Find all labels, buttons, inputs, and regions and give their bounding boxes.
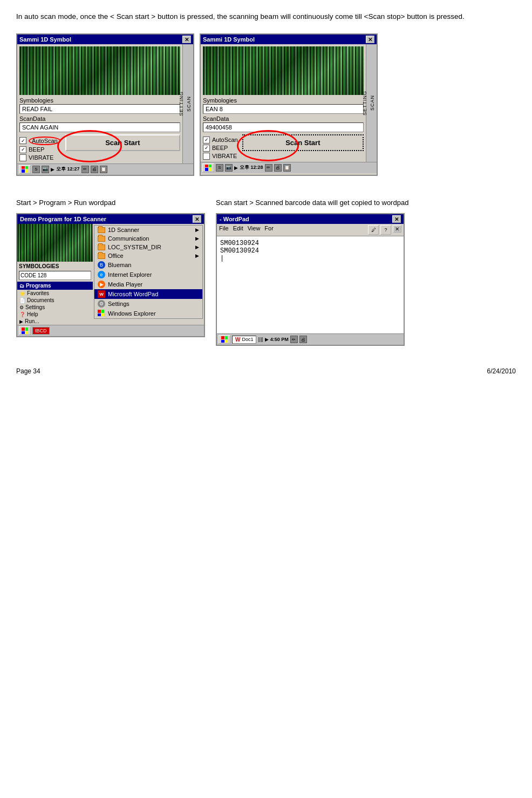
title-1: Sammi 1D Symbol (19, 36, 71, 43)
taskbar-icon-2c[interactable]: ✏ (265, 164, 272, 172)
help-icon: ❓ (19, 312, 25, 317)
documents-item[interactable]: 📄 Documents (17, 297, 93, 304)
view-menu[interactable]: View (248, 225, 261, 235)
autoscan-checkbox-1[interactable]: ✓ AutoScan (19, 137, 61, 145)
beep-check-2[interactable]: ✓ (203, 145, 210, 152)
taskbar-icon-1e[interactable]: 📋 (100, 166, 107, 173)
wordpad-taskbar-icon-2[interactable]: 🖨 (299, 336, 307, 343)
toolbar-btn-1[interactable]: 🖊 (368, 225, 379, 235)
autoscan-check-2[interactable]: ✓ (203, 137, 210, 144)
menu-label-media: Media Player (108, 281, 142, 288)
scan-start-button-2[interactable]: Scan Start (242, 134, 364, 151)
beep-checkbox-2[interactable]: ✓ BEEP (203, 145, 238, 152)
vibrate-check-2[interactable] (203, 153, 210, 160)
ie-icon: e (98, 271, 105, 278)
autoscan-checkbox-2[interactable]: ✓ AutoScan (203, 137, 238, 144)
setting-tab-1[interactable]: SETTING (179, 91, 184, 116)
start-submenu: 1D Scanner ▶ Communication ▶ LOC_SYSTEM_… (94, 225, 203, 319)
wordpad-title-label: - WordPad (220, 216, 249, 222)
start-button-2[interactable] (202, 163, 214, 172)
menu-item-wordpad[interactable]: W Microsoft WordPad (94, 289, 202, 299)
symbologies-value-2: EAN 8 (203, 104, 364, 114)
wordpad-line-1: SM00130924 (220, 240, 400, 247)
blueman-icon: B (98, 261, 105, 269)
format-menu[interactable]: For (264, 225, 274, 235)
beep-checkbox-1[interactable]: ✓ BEEP (19, 146, 61, 153)
menu-label-settings2: Settings (108, 301, 129, 307)
wordpad-menu-close[interactable]: ✕ (393, 225, 401, 233)
section2-columns: Start > Program > Run wordpad Demo Progr… (16, 197, 516, 346)
taskbar-icon-1a[interactable]: S (32, 166, 40, 173)
close-button-1[interactable]: ✕ (182, 36, 191, 43)
menu-item-media[interactable]: ▶ Media Player (94, 279, 202, 289)
close-button-2[interactable]: ✕ (366, 36, 374, 43)
vibrate-check-1[interactable] (19, 154, 26, 161)
settings-icon: ⚙ (19, 305, 24, 310)
demo-start-btn[interactable] (19, 326, 31, 335)
taskbar-icon-2a[interactable]: S (216, 164, 223, 172)
menu-item-blueman[interactable]: B Blueman (94, 260, 202, 270)
arrow-1d: ▶ (195, 227, 199, 233)
wordpad-taskbar-doc[interactable]: W Doc1 (232, 336, 256, 344)
footer-date: 6/24/2010 (487, 367, 516, 375)
taskbar-icon-1c[interactable]: ✏ (81, 166, 89, 173)
menu-item-ie[interactable]: e Internet Explorer (94, 270, 202, 279)
autoscan-check-1[interactable]: ✓ (19, 137, 26, 144)
taskbar-icon-2e[interactable]: 📋 (283, 164, 291, 172)
favorites-item[interactable]: ⭐ Favorites (17, 290, 93, 297)
wordpad-close[interactable]: ✕ (392, 215, 401, 223)
winexplorer-icon (98, 310, 105, 317)
page-number: Page 34 (16, 367, 40, 375)
taskbar-sep: |||| (258, 337, 263, 342)
wordpad-taskbar-icon-1[interactable]: ✏ (290, 336, 298, 343)
start-menu-left: 🗂 Programs ⭐ Favorites 📄 Documents (17, 282, 93, 325)
setting-tab-2[interactable]: SETTING (362, 91, 367, 115)
taskbar-icon-2b[interactable]: 📷 (225, 164, 233, 172)
menu-item-winexplorer[interactable]: Windows Explorer (94, 309, 202, 318)
demo-close[interactable]: ✕ (193, 215, 201, 223)
scandata-value-1: SCAN AGAIN (19, 122, 180, 132)
demo-titlebar: Demo Program for 1D Scanner ✕ (17, 214, 204, 224)
arrow-comm: ▶ (195, 236, 199, 241)
file-menu[interactable]: File (219, 225, 229, 235)
taskbar-arrow-2: ▶ (234, 165, 238, 170)
right-desc: Scan start > Scanned barcode data will g… (216, 197, 516, 208)
beep-check-1[interactable]: ✓ (19, 146, 26, 153)
vibrate-checkbox-1[interactable]: VIBRATE (19, 154, 61, 161)
demo-symbologies-label: SYMBOLOGIES (17, 262, 93, 271)
wordpad-body[interactable]: SM00130924 SM00130924 | (217, 236, 404, 333)
demo-taskbar-app[interactable]: tBCD (32, 327, 50, 335)
scan-tab-1[interactable]: SCAN (186, 96, 192, 112)
help-item[interactable]: ❓ Help (17, 311, 93, 318)
media-icon: ▶ (98, 281, 105, 288)
demo-tbcd-label: tBCD (35, 328, 47, 333)
intro-paragraph: In auto scan mode, once the < Scan start… (16, 11, 516, 23)
run-item[interactable]: ▶ Run... (17, 318, 93, 325)
taskbar-icon-1b[interactable]: 📷 (42, 166, 49, 173)
toolbar-btn-2[interactable]: ? (380, 225, 391, 235)
menu-item-1d-scanner[interactable]: 1D Scanner ▶ (94, 226, 202, 234)
help-label: Help (27, 311, 38, 317)
demo-scan-image (17, 224, 93, 262)
scan-start-button-1[interactable]: Scan Start (65, 134, 180, 151)
menu-item-office[interactable]: Office ▶ (94, 251, 202, 260)
settings-item[interactable]: ⚙ Settings (17, 304, 93, 311)
programs-item[interactable]: 🗂 Programs (17, 282, 93, 290)
run-icon: ▶ (19, 319, 23, 324)
scan-tab-2[interactable]: SCAN (370, 95, 375, 111)
wordpad-start-btn[interactable] (219, 335, 230, 344)
menu-item-communication[interactable]: Communication ▶ (94, 234, 202, 243)
programs-label: Programs (26, 283, 51, 289)
taskbar-icon-2d[interactable]: 🖨 (274, 164, 282, 172)
settings-label: Settings (25, 304, 45, 310)
vibrate-checkbox-2[interactable]: VIBRATE (203, 153, 238, 160)
menu-item-loc[interactable]: LOC_SYSTEM_DIR ▶ (94, 243, 202, 251)
edit-menu[interactable]: Edit (233, 225, 243, 235)
start-button-1[interactable] (19, 165, 31, 174)
wordpad-windows-logo (221, 336, 228, 343)
taskbar-icon-1d[interactable]: 🖨 (91, 166, 98, 173)
menu-item-settings[interactable]: ⚙ Settings (94, 299, 202, 309)
wordpad-toolbar-icons: 🖊 ? ✕ (368, 225, 401, 235)
taskbar-time-1: 오후 12:27 (56, 166, 80, 173)
wordpad-icon: W (98, 290, 105, 298)
